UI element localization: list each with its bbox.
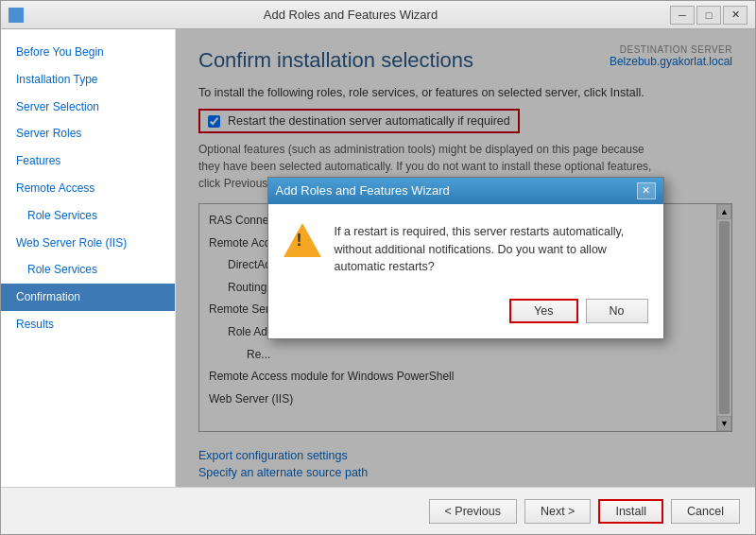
sidebar-item-role-services-1[interactable]: Role Services — [1, 202, 175, 230]
main-window: Add Roles and Features Wizard ─ □ ✕ Befo… — [0, 0, 756, 535]
modal-no-button[interactable]: No — [586, 299, 648, 323]
modal-yes-button[interactable]: Yes — [509, 299, 577, 323]
modal-title: Add Roles and Features Wizard — [276, 183, 637, 198]
maximize-button[interactable]: □ — [696, 6, 721, 25]
sidebar-item-results[interactable]: Results — [1, 311, 175, 338]
sidebar-item-web-server[interactable]: Web Server Role (IIS) — [1, 230, 175, 257]
modal-buttons: Yes No — [268, 291, 663, 338]
main-panel: DESTINATION SERVER Belzebub.gyakorlat.lo… — [176, 29, 755, 487]
sidebar-item-features[interactable]: Features — [1, 147, 175, 175]
next-button[interactable]: Next > — [524, 499, 591, 524]
minimize-button[interactable]: ─ — [670, 6, 695, 25]
window-controls: ─ □ ✕ — [670, 6, 747, 25]
sidebar-item-server-selection[interactable]: Server Selection — [1, 94, 175, 121]
cancel-button[interactable]: Cancel — [671, 499, 740, 524]
sidebar: Before You Begin Installation Type Serve… — [1, 29, 176, 487]
confirmation-dialog: Add Roles and Features Wizard ✕ If a res… — [267, 177, 664, 339]
window-title: Add Roles and Features Wizard — [31, 8, 670, 22]
modal-overlay: Add Roles and Features Wizard ✕ If a res… — [176, 29, 755, 487]
modal-close-button[interactable]: ✕ — [637, 182, 656, 199]
sidebar-item-before-you-begin[interactable]: Before You Begin — [1, 39, 175, 66]
sidebar-item-role-services-2[interactable]: Role Services — [1, 256, 175, 284]
warning-icon — [284, 223, 321, 261]
sidebar-item-server-roles[interactable]: Server Roles — [1, 120, 175, 147]
sidebar-item-remote-access[interactable]: Remote Access — [1, 175, 175, 202]
modal-message: If a restart is required, this server re… — [335, 223, 648, 276]
install-button[interactable]: Install — [598, 499, 663, 524]
modal-titlebar: Add Roles and Features Wizard ✕ — [268, 178, 663, 204]
bottom-bar: < Previous Next > Install Cancel — [1, 487, 755, 534]
sidebar-item-installation-type[interactable]: Installation Type — [1, 66, 175, 94]
close-button[interactable]: ✕ — [723, 6, 747, 25]
content-area: Before You Begin Installation Type Serve… — [1, 29, 755, 487]
sidebar-item-confirmation[interactable]: Confirmation — [1, 284, 175, 311]
titlebar: Add Roles and Features Wizard ─ □ ✕ — [1, 1, 755, 29]
warning-triangle — [284, 223, 321, 257]
app-icon — [9, 8, 24, 23]
svg-rect-0 — [10, 9, 22, 19]
svg-rect-1 — [9, 18, 23, 21]
modal-body: If a restart is required, this server re… — [268, 204, 663, 291]
previous-button[interactable]: < Previous — [429, 499, 517, 524]
